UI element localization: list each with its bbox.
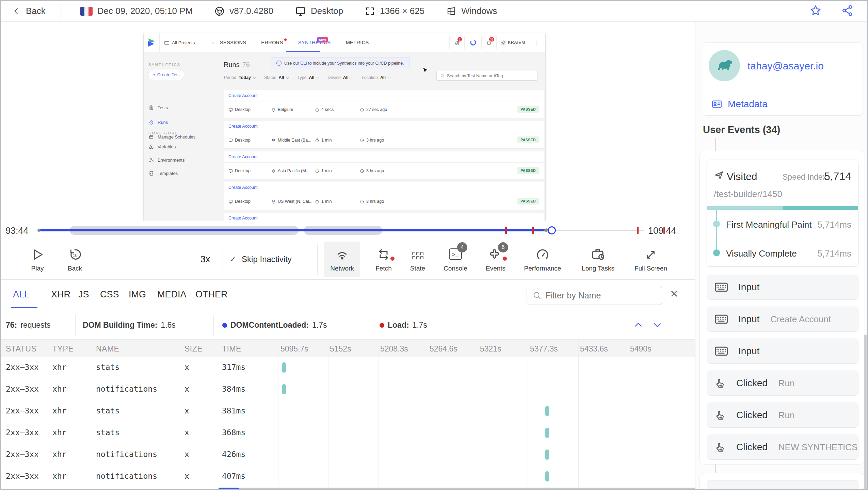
time-axis-tick: 5321s xyxy=(480,344,501,354)
network-tab[interactable]: JS xyxy=(78,289,89,300)
network-tab[interactable]: MEDIA xyxy=(157,289,187,300)
time-axis-tick: 5433.6s xyxy=(580,344,608,354)
horizontal-scrollbar[interactable] xyxy=(239,488,695,490)
favorite-star-button[interactable] xyxy=(809,4,822,18)
replayed-app-navbar: All Projects SESSIONSERRORSSYNTHETICSMET… xyxy=(144,33,545,52)
fmp-value: 5,714ms xyxy=(817,219,851,230)
network-tab[interactable]: ALL xyxy=(13,289,29,300)
events-panel-button[interactable]: 6 Events xyxy=(481,242,511,277)
status-badge: PASSED xyxy=(517,198,539,205)
network-panel: ALLXHRJSCSSIMGMEDIAOTHER ✕ 76:requests D… xyxy=(1,280,695,490)
network-tab[interactable]: XHR xyxy=(51,289,70,300)
visually-complete-dot xyxy=(713,249,720,256)
metadata-button[interactable]: Metadata xyxy=(703,92,863,116)
network-request-row[interactable]: 2xx–3xx xhr stats x 368ms xyxy=(1,422,695,444)
user-event-card[interactable]: Clicked Run xyxy=(707,403,858,428)
filter-dropdown: DeviceAll xyxy=(328,75,353,80)
network-panel-button[interactable]: Network xyxy=(324,242,360,277)
share-button[interactable] xyxy=(841,4,854,18)
loading-spinner-icon xyxy=(470,33,477,52)
user-email-link[interactable]: tahay@asayer.io xyxy=(748,60,824,72)
kebab-menu-icon: ⋮ xyxy=(534,33,540,52)
terminal-icon: >_ 4 xyxy=(449,246,462,261)
state-panel-button[interactable]: State xyxy=(404,242,432,277)
long-tasks-panel-button[interactable]: Long Tasks xyxy=(577,242,620,277)
sidebar-item-variables: Variables xyxy=(149,144,176,149)
user-event-card[interactable]: Clicked Run xyxy=(707,371,858,396)
filter-dropdown: LocationAll xyxy=(362,75,390,80)
active-tab-underline xyxy=(286,51,320,52)
jump-previous-button[interactable] xyxy=(632,320,644,331)
player-timeline: 93:44 109:44 xyxy=(1,221,695,239)
user-event-card[interactable]: Input xyxy=(707,339,858,364)
domcontentloaded-dot xyxy=(222,323,227,328)
network-filter-input[interactable] xyxy=(546,291,656,300)
run-card: Create Account Desktop Canada (Central) … xyxy=(224,213,544,221)
network-request-row[interactable]: 2xx–3xx xhr stats x 381ms xyxy=(1,400,695,422)
replay-viewport: All Projects SESSIONSERRORSSYNTHETICSMET… xyxy=(1,22,695,221)
speed-toggle-button[interactable]: 3x xyxy=(193,239,217,280)
network-filter-box[interactable] xyxy=(527,286,662,305)
run-title: Create Account xyxy=(224,90,544,101)
play-button[interactable]: Play xyxy=(25,242,50,277)
expand-icon xyxy=(644,246,657,261)
location-pin-icon xyxy=(271,199,276,204)
visited-event-card[interactable]: Visited Speed Index 5,714 /test-builder/… xyxy=(707,160,858,267)
network-request-row[interactable]: 2xx–3xx xhr stats x 317ms xyxy=(1,357,695,378)
fetch-panel-button[interactable]: Fetch xyxy=(370,242,398,277)
close-panel-button[interactable]: ✕ xyxy=(670,288,678,300)
user-event-card[interactable] xyxy=(707,480,858,490)
browser-version: v87.0.4280 xyxy=(229,6,273,16)
network-request-row[interactable]: 2xx–3xx xhr notifications x 407ms xyxy=(1,466,695,487)
run-card: Create Account Desktop Middle East (Ba..… xyxy=(224,121,544,148)
console-panel-button[interactable]: >_ 4 Console xyxy=(438,242,472,277)
full-screen-button[interactable]: Full Screen xyxy=(630,242,672,277)
timeline-track[interactable] xyxy=(38,221,644,239)
run-title: Create Account xyxy=(224,121,544,132)
network-request-row[interactable]: 2xx–3xx xhr notifications x 384ms xyxy=(1,378,695,400)
timeline-playhead[interactable] xyxy=(548,226,556,234)
network-tab[interactable]: OTHER xyxy=(195,289,228,300)
monitor-icon xyxy=(295,6,306,17)
sidebar-item-tests: Tests xyxy=(149,105,168,110)
session-sidebar: tahay@asayer.io Metadata User Events (34… xyxy=(695,22,867,490)
user-event-card[interactable]: Input Create Account xyxy=(707,307,858,332)
wifi-icon xyxy=(335,246,350,261)
sidebar-item-templates: Templates xyxy=(149,171,178,176)
sidebar-item-environments: Environments xyxy=(149,158,184,163)
sidebar-item-runs: Runs xyxy=(149,120,168,125)
request-timing-bar xyxy=(282,362,286,373)
filter-dropdown: TypeAll xyxy=(297,75,319,80)
cli-info-banner: i Use our CLI to include your Synthetics… xyxy=(271,57,410,69)
user-event-card[interactable]: Clicked NEW SYNTHETICS xyxy=(707,435,858,460)
time-axis-tick: 5264.6s xyxy=(430,344,457,354)
chevron-up-icon xyxy=(632,320,644,330)
notifications-bell-icon: 33 xyxy=(486,33,492,52)
animal-avatar-icon xyxy=(715,56,734,75)
rewind-10-icon: 10 xyxy=(68,246,82,261)
skip-inactivity-toggle[interactable]: ✓ Skip Inactivity xyxy=(229,239,311,280)
chevron-down-icon xyxy=(388,76,390,78)
network-stats-row: 76:requests DOM Building Time:1.6s DOMCo… xyxy=(1,311,695,339)
event-timeline-connector xyxy=(715,464,716,473)
navigate-icon xyxy=(714,170,724,180)
network-table-header: STATUS TYPE NAME SIZE TIME 5095.7s5152s5… xyxy=(1,339,695,357)
briefcase-clock-icon xyxy=(591,246,606,261)
back-button[interactable]: Back xyxy=(12,6,46,16)
network-tab[interactable]: IMG xyxy=(129,289,146,300)
fetch-icon xyxy=(377,246,390,261)
back-10s-button[interactable]: 10 Back xyxy=(62,242,88,277)
network-request-row[interactable]: 2xx–3xx xhr notifications x 426ms xyxy=(1,444,695,466)
id-card-icon xyxy=(711,99,722,110)
replayed-app-tabs: SESSIONSERRORSSYNTHETICSMETRICS xyxy=(220,33,369,52)
jump-next-button[interactable] xyxy=(652,320,663,331)
replay-screenshot[interactable]: All Projects SESSIONSERRORSSYNTHETICSMET… xyxy=(144,33,545,221)
timeline-start-time: 93:44 xyxy=(5,226,29,236)
user-event-card[interactable]: Input xyxy=(707,275,858,300)
announcements-icon: 1 xyxy=(454,33,460,52)
vertical-scrollbar[interactable] xyxy=(864,334,867,489)
runs-list: Create Account Desktop Belgium 4 secs 27… xyxy=(224,90,544,221)
performance-panel-button[interactable]: Performance xyxy=(519,242,566,277)
network-tab[interactable]: CSS xyxy=(100,289,119,300)
chevron-down-icon xyxy=(253,76,256,78)
